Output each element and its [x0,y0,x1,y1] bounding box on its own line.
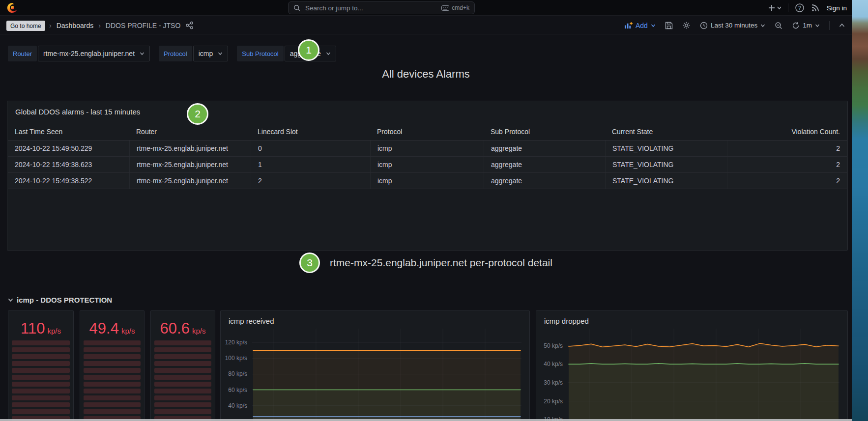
chevron-down-icon [8,298,13,302]
panel-stat-passed: 60.6kp/s [150,310,215,421]
table-cell: 2024-10-22 15:49:50.229 [8,140,129,156]
rss-icon [811,3,820,12]
stat-gauge [84,340,141,421]
grafana-logo-icon[interactable] [6,2,18,14]
table-cell: rtme-mx-25.englab.juniper.net [129,140,251,156]
annotation-marker-1: 1 [298,39,319,61]
panel-stat-received: 110kp/s [8,310,74,421]
add-panel-button[interactable]: Add [624,22,656,29]
refresh-picker[interactable]: 1m [792,22,820,29]
table-cell: aggregate [484,173,605,189]
collapse-toolbar-button[interactable] [839,23,845,28]
help-icon: ? [795,3,804,12]
y-axis-tick-label: 120 kp/s [225,339,247,346]
gauge-stripe [154,402,211,407]
dashboard-toolbar: Go to home › Dashboards › DDOS PROFILE -… [0,16,852,34]
column-header[interactable]: Violation Count. [727,123,847,140]
gauge-stripe [84,382,141,387]
divider [788,3,788,12]
breadcrumb-separator: › [98,22,101,29]
go-to-home-tooltip[interactable]: Go to home [6,21,45,31]
breadcrumb-current[interactable]: DDOS PROFILE - JTSO [106,22,180,29]
table-cell: 2 [727,173,847,189]
share-icon[interactable] [185,21,194,29]
sign-in-button[interactable]: Sign in [827,4,847,12]
screen: cmd+k ? [0,0,868,421]
gauge-stripe [84,347,141,352]
panel-global-ddos-alarms: Global DDOS alarms - last 15 minutes Las… [7,101,848,251]
row-section-icmp-ddos-protection[interactable]: icmp - DDOS PROTECTION [8,296,112,304]
gauge-stripe [12,340,70,345]
stat-gauge [154,340,211,421]
y-axis-tick-label: 20 kp/s [544,398,563,405]
gauge-stripe [154,347,211,352]
gauge-stripe [12,389,70,393]
y-axis-tick-label: 100 kp/s [225,355,247,362]
gauge-stripe [154,361,211,366]
y-axis-tick-label: 80 kp/s [228,370,247,377]
variable-router: Router rtme-mx-25.englab.juniper.net [8,46,150,61]
column-header[interactable]: Last Time Seen [8,123,129,140]
section-title-all-devices: All devices Alarms [0,68,852,81]
window-bottom-edge [0,419,852,421]
desktop-wallpaper [852,0,868,421]
table-cell: STATE_VIOLATING [605,157,727,172]
table-cell: rtme-mx-25.englab.juniper.net [129,173,251,189]
chart-plot: 50 kp/s40 kp/s30 kp/s20 kp/s10 kp/s [536,311,847,421]
dashboard-variables: Router rtme-mx-25.englab.juniper.net Pro… [8,46,336,61]
stat-gauge [12,340,70,421]
variable-protocol: Protocol icmp [159,46,228,61]
search-shortcut: cmd+k [441,4,469,11]
news-button[interactable] [811,3,820,12]
column-header[interactable]: Sub Protocol [484,123,605,140]
router-variable-dropdown[interactable]: rtme-mx-25.englab.juniper.net [38,46,150,61]
table-cell: aggregate [484,157,605,172]
gauge-stripe [12,409,70,414]
panel-title[interactable]: icmp dropped [544,317,589,325]
table-cell: 2024-10-22 15:49:38.522 [8,173,129,189]
gauge-stripe [154,395,211,400]
clock-icon [700,22,708,29]
gauge-stripe [84,402,141,407]
top-nav: cmd+k ? [0,0,852,16]
gauge-stripe [84,395,141,400]
stat-value: 49.4kp/s [80,320,144,337]
search-icon [293,4,300,11]
panel-title[interactable]: Global DDOS alarms - last 15 minutes [15,108,140,116]
table-cell: icmp [370,173,484,189]
variable-subprotocol: Sub Protocol aggregate [237,46,336,61]
plus-icon [768,4,781,12]
search-input[interactable] [304,4,437,12]
chevron-down-icon [651,24,656,28]
chevron-down-icon [815,24,820,28]
save-dashboard-button[interactable] [665,22,673,29]
y-axis-tick-label: 50 kp/s [544,342,563,349]
table-cell: icmp [370,157,484,172]
grafana-app: cmd+k ? [0,0,852,421]
help-button[interactable]: ? [795,3,804,12]
table-cell: icmp [370,140,484,156]
table-cell: 0 [251,140,370,156]
zoom-out-time-button[interactable] [775,22,782,29]
save-icon [665,22,673,29]
toolbar-actions: Add [624,16,845,34]
table-row: 2024-10-22 15:49:38.522rtme-mx-25.englab… [8,173,847,189]
gauge-stripe [84,375,141,380]
breadcrumb-dashboards[interactable]: Dashboards [57,22,94,29]
annotation-marker-2: 2 [187,103,208,125]
gauge-stripe [12,382,70,387]
column-header[interactable]: Protocol [370,123,484,140]
dashboard-settings-button[interactable] [682,21,691,29]
gauge-stripe [12,347,70,352]
panel-title[interactable]: icmp received [229,317,274,325]
column-header[interactable]: Linecard Slot [251,123,370,140]
zoom-out-icon [775,22,782,29]
y-axis-tick-label: 60 kp/s [228,387,247,393]
time-range-picker[interactable]: Last 30 minutes [700,22,765,29]
column-header[interactable]: Router [129,123,251,140]
column-header[interactable]: Current State [605,123,727,140]
new-menu-button[interactable] [768,4,781,12]
gauge-stripe [154,368,211,373]
panel-icmp-dropped: icmp dropped 50 kp/s40 kp/s30 kp/s20 kp/… [536,310,848,421]
protocol-variable-dropdown[interactable]: icmp [193,46,229,61]
